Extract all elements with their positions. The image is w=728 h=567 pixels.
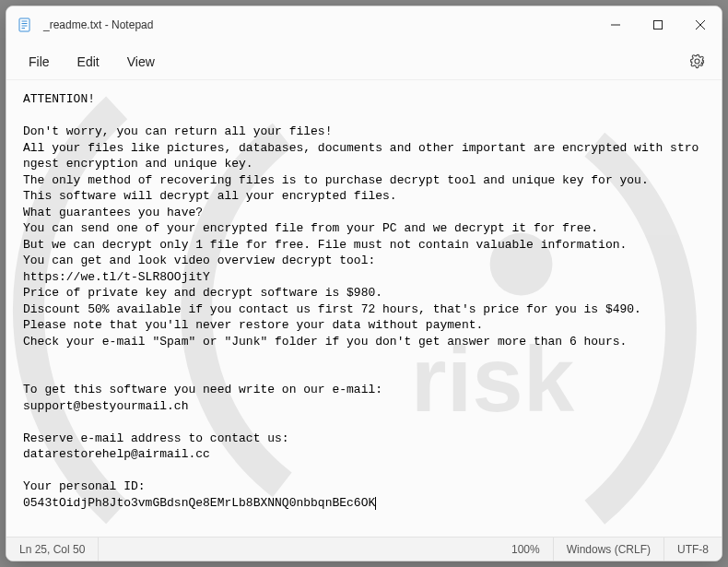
status-cursor-pos: Ln 25, Col 50: [6, 537, 99, 561]
maximize-button[interactable]: [637, 6, 679, 43]
menu-view[interactable]: View: [114, 49, 168, 75]
settings-button[interactable]: [681, 46, 712, 77]
svg-rect-6: [654, 21, 663, 30]
status-encoding: UTF-8: [664, 537, 722, 561]
minimize-button[interactable]: [594, 6, 637, 43]
menu-edit[interactable]: Edit: [65, 49, 112, 75]
text-area[interactable]: risk ATTENTION! Don't worry, you can ret…: [6, 80, 722, 537]
notepad-window: _readme.txt - Notepad File Edit View: [6, 6, 722, 561]
menu-file[interactable]: File: [16, 49, 63, 75]
document-text[interactable]: ATTENTION! Don't worry, you can return a…: [23, 91, 705, 511]
document-text-content: ATTENTION! Don't worry, you can return a…: [23, 92, 699, 510]
menubar: File Edit View: [6, 43, 722, 80]
statusbar: Ln 25, Col 50 100% Windows (CRLF) UTF-8: [6, 537, 722, 561]
close-button[interactable]: [679, 6, 722, 43]
text-caret: [375, 497, 376, 510]
svg-rect-0: [19, 18, 29, 31]
gear-icon: [689, 53, 705, 69]
notepad-app-icon: [18, 18, 32, 32]
status-zoom: 100%: [499, 537, 554, 561]
titlebar: _readme.txt - Notepad: [6, 6, 722, 43]
status-eol: Windows (CRLF): [554, 537, 664, 561]
window-title: _readme.txt - Notepad: [43, 18, 153, 31]
